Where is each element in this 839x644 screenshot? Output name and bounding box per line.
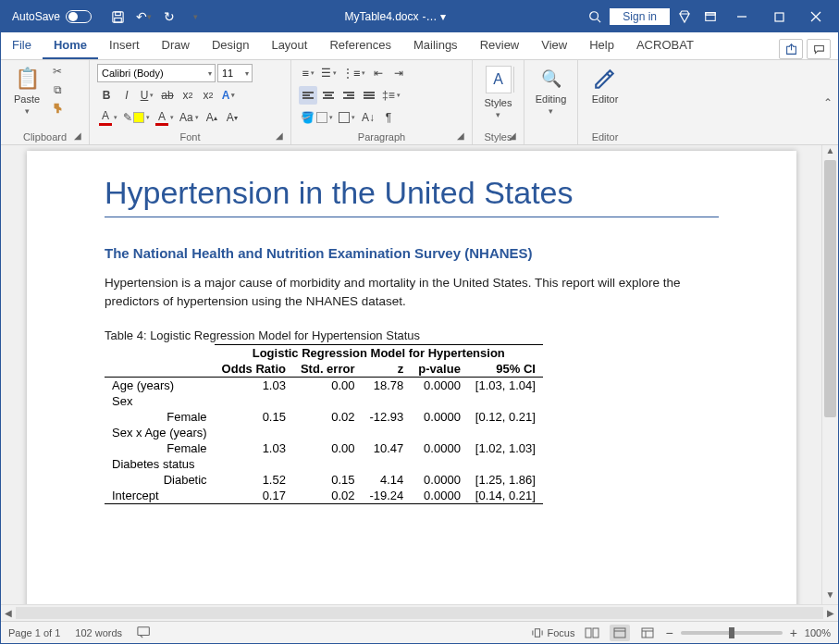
status-words[interactable]: 102 words	[75, 627, 122, 638]
font-fill-button[interactable]: A	[154, 108, 176, 127]
table-row[interactable]: Sex	[105, 393, 543, 409]
editor-button[interactable]: Editor	[586, 64, 624, 106]
autosave-toggle[interactable]: AutoSave	[6, 10, 97, 23]
comments-button[interactable]	[807, 39, 831, 59]
underline-button[interactable]: U	[138, 86, 156, 105]
editing-button[interactable]: 🔍 Editing ▾	[530, 64, 573, 118]
status-page[interactable]: Page 1 of 1	[8, 627, 60, 638]
justify-button[interactable]	[360, 86, 378, 105]
table-row[interactable]: Diabetic1.520.154.140.0000[1.25, 1.86]	[105, 472, 543, 488]
table-caption[interactable]: Table 4: Logistic Regression Model for H…	[105, 328, 719, 342]
collapse-ribbon-button[interactable]: ⌃	[823, 96, 838, 109]
font-name-combo[interactable]: Calibri (Body)	[97, 64, 216, 82]
table-row[interactable]: Female0.150.02-12.930.0000[0.12, 0.21]	[105, 409, 543, 425]
font-launcher-icon[interactable]: ◢	[276, 130, 287, 142]
scroll-right-icon[interactable]: ▶	[823, 608, 838, 618]
tab-help[interactable]: Help	[578, 32, 625, 59]
tab-draw[interactable]: Draw	[151, 32, 201, 59]
diamond-icon[interactable]	[673, 6, 696, 28]
styles-launcher-icon[interactable]: ◢	[509, 130, 520, 142]
minimize-button[interactable]	[725, 6, 759, 28]
horizontal-scrollbar[interactable]: ◀ ▶	[1, 604, 838, 621]
shrink-font-button[interactable]: A▾	[223, 108, 241, 127]
save-icon[interactable]	[106, 6, 129, 28]
table-row[interactable]: Age (years)1.030.0018.780.0000[1.03, 1.0…	[105, 377, 543, 393]
align-center-button[interactable]	[319, 86, 338, 105]
status-proofing-icon[interactable]	[137, 625, 152, 640]
scroll-thumb-v[interactable]	[824, 160, 836, 417]
page[interactable]: Hypertension in the United States The Na…	[27, 151, 796, 604]
tab-design[interactable]: Design	[201, 32, 260, 59]
scroll-down-icon[interactable]: ▼	[822, 589, 838, 604]
regression-table[interactable]: Logistic Regression Model for Hypertensi…	[105, 344, 543, 504]
search-icon[interactable]	[584, 6, 606, 28]
grow-font-button[interactable]: A▴	[203, 108, 221, 127]
table-row[interactable]: Intercept0.170.02-19.240.0000[0.14, 0.21…	[105, 488, 543, 504]
zoom-out-button[interactable]: −	[665, 625, 672, 640]
ribbon-display-icon[interactable]	[699, 6, 722, 28]
borders-button[interactable]	[337, 108, 357, 127]
sign-in-button[interactable]: Sign in	[610, 8, 670, 25]
tab-file[interactable]: File	[1, 32, 43, 59]
close-button[interactable]	[799, 6, 833, 28]
zoom-percent[interactable]: 100%	[805, 627, 831, 638]
format-painter-icon[interactable]	[49, 101, 66, 116]
copy-icon[interactable]: ⧉	[49, 82, 66, 97]
align-right-button[interactable]	[339, 86, 358, 105]
document-viewport[interactable]: Hypertension in the United States The Na…	[1, 145, 821, 604]
font-size-combo[interactable]: 11	[217, 64, 253, 82]
sort-button[interactable]: A↓	[359, 108, 377, 127]
highlight-button[interactable]: ✎	[121, 108, 152, 127]
doc-paragraph[interactable]: Hypertension is a major cause of morbidi…	[105, 274, 719, 312]
focus-mode-button[interactable]: Focus	[531, 627, 575, 638]
web-layout-button[interactable]	[637, 625, 658, 641]
tab-layout[interactable]: Layout	[260, 32, 318, 59]
undo-icon[interactable]: ↶▾	[132, 6, 154, 28]
text-effects-button[interactable]: A	[219, 86, 238, 105]
tab-references[interactable]: References	[318, 32, 401, 59]
multilevel-button[interactable]: ⋮≡	[340, 64, 367, 82]
zoom-slider[interactable]	[681, 631, 783, 635]
scroll-left-icon[interactable]: ◀	[1, 608, 16, 618]
decrease-indent-button[interactable]: ⇤	[369, 64, 388, 82]
maximize-button[interactable]	[762, 6, 796, 28]
scroll-up-icon[interactable]: ▲	[822, 145, 838, 160]
vertical-scrollbar[interactable]: ▲ ▼	[821, 145, 838, 604]
tab-review[interactable]: Review	[469, 32, 531, 59]
cut-icon[interactable]: ✂	[49, 64, 66, 79]
strikethrough-button[interactable]: ab	[158, 86, 177, 105]
line-spacing-button[interactable]: ‡≡	[380, 86, 402, 105]
superscript-button[interactable]: x2	[199, 86, 217, 105]
doc-heading[interactable]: Hypertension in the United States	[105, 175, 719, 217]
shading-button[interactable]: 🪣	[299, 108, 335, 127]
zoom-in-button[interactable]: +	[790, 625, 797, 640]
share-button[interactable]	[779, 39, 803, 59]
qat-dropdown-icon[interactable]: ▾	[184, 6, 206, 28]
tab-home[interactable]: Home	[43, 32, 98, 59]
tab-insert[interactable]: Insert	[98, 32, 151, 59]
clipboard-launcher-icon[interactable]: ◢	[74, 130, 85, 142]
font-color-button[interactable]: A	[97, 108, 119, 127]
bold-button[interactable]: B	[97, 86, 116, 105]
paste-button[interactable]: 📋 Paste ▾	[8, 64, 45, 118]
styles-button[interactable]: A Styles ▾	[479, 64, 518, 121]
tab-view[interactable]: View	[530, 32, 578, 59]
redo-icon[interactable]: ↻	[158, 6, 180, 28]
document-title[interactable]: MyTable4.docx -… ▾	[206, 10, 584, 23]
show-marks-button[interactable]: ¶	[379, 108, 398, 127]
print-layout-button[interactable]	[610, 625, 630, 641]
doc-subheading[interactable]: The National Health and Nutrition Examin…	[105, 245, 719, 261]
table-row[interactable]: Female1.030.0010.470.0000[1.02, 1.03]	[105, 440, 543, 456]
scroll-thumb-h[interactable]	[16, 607, 823, 619]
read-mode-button[interactable]	[582, 625, 602, 641]
align-left-button[interactable]	[299, 86, 317, 105]
numbering-button[interactable]: ☰	[319, 64, 339, 82]
table-row[interactable]: Diabetes status	[105, 456, 543, 472]
table-row[interactable]: Sex x Age (years)	[105, 425, 543, 440]
tab-acrobat[interactable]: ACROBAT	[625, 32, 705, 59]
bullets-button[interactable]: ≡	[299, 64, 317, 82]
subscript-button[interactable]: x2	[179, 86, 197, 105]
italic-button[interactable]: I	[117, 86, 136, 105]
increase-indent-button[interactable]: ⇥	[389, 64, 408, 82]
paragraph-launcher-icon[interactable]: ◢	[457, 130, 468, 142]
